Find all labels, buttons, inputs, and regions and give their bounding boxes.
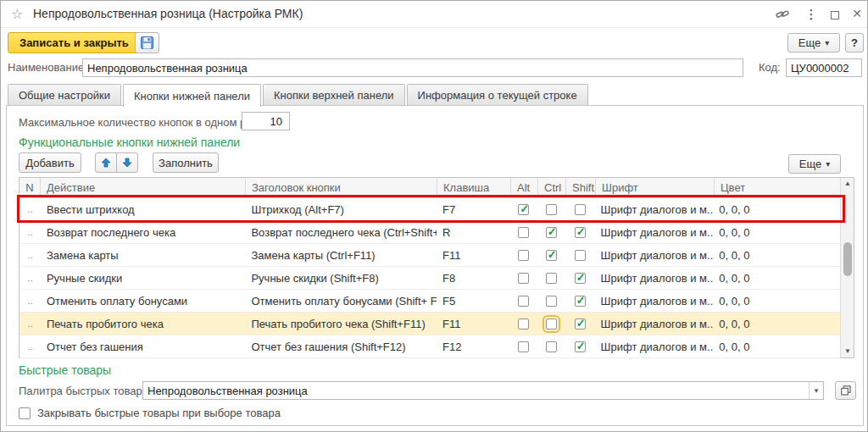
cell-key[interactable]: F7	[437, 198, 510, 220]
scrollbar-thumb[interactable]	[843, 242, 852, 276]
scroll-down-icon[interactable]: ▼	[841, 346, 854, 357]
cell-font[interactable]: Шрифт диалогов и м...	[595, 335, 714, 357]
help-button[interactable]: ?	[845, 33, 864, 53]
shift-checkbox[interactable]	[575, 273, 586, 284]
cell-font[interactable]: Шрифт диалогов и м...	[595, 313, 714, 335]
cell-shift[interactable]	[565, 313, 595, 335]
favorite-star-icon[interactable]: ☆	[11, 6, 23, 22]
shift-checkbox[interactable]	[575, 296, 586, 307]
col-header-caption[interactable]: Заголовок кнопки	[246, 178, 437, 197]
cell-caption[interactable]: Ручные скидки (Shift+F8)	[245, 267, 437, 289]
tab-bottom-panel-buttons[interactable]: Кнопки нижней панели	[123, 84, 261, 107]
col-header-n[interactable]: N	[19, 178, 41, 197]
cell-key[interactable]: F11	[437, 313, 510, 335]
cell-alt[interactable]	[510, 198, 537, 220]
cell-action[interactable]: Ввести штрихкод	[41, 198, 246, 220]
table-vertical-scrollbar[interactable]: ▲ ▼	[840, 178, 854, 357]
add-button[interactable]: Добавить	[19, 152, 81, 173]
save-and-close-button[interactable]: Записать и закрыть	[8, 32, 141, 53]
cell-alt[interactable]	[510, 335, 537, 357]
table-row[interactable]: .. Отменить оплату бонусами Отменить опл…	[19, 290, 840, 313]
shift-checkbox[interactable]	[575, 227, 586, 238]
cell-color[interactable]: 0, 0, 0	[713, 313, 840, 335]
ctrl-checkbox[interactable]	[546, 227, 557, 238]
cell-key[interactable]: F11	[437, 244, 510, 266]
cell-alt[interactable]	[510, 290, 537, 312]
alt-checkbox[interactable]	[518, 341, 529, 352]
table-row[interactable]: .. Печать пробитого чека Печать пробитог…	[19, 313, 840, 335]
cell-ctrl[interactable]	[537, 198, 565, 220]
move-down-button[interactable]	[116, 152, 138, 173]
combo-dropdown-icon[interactable]: ▾	[809, 382, 823, 399]
cell-shift[interactable]	[565, 290, 595, 312]
cell-n[interactable]: ..	[19, 221, 41, 243]
cell-shift[interactable]	[565, 267, 595, 289]
close-quick-goods-checkbox[interactable]	[19, 407, 31, 419]
cell-shift[interactable]	[565, 198, 595, 220]
table-row[interactable]: .. Ввести штрихкод Штрихкод (Alt+F7) F7 …	[19, 198, 840, 221]
cell-n[interactable]: ..	[19, 244, 41, 266]
more-button-table[interactable]: Еще ▾	[788, 154, 841, 174]
cell-n[interactable]: ..	[19, 335, 41, 357]
name-input[interactable]	[82, 58, 743, 77]
cell-action[interactable]: Отменить оплату бонусами	[41, 290, 246, 312]
col-header-ctrl[interactable]: Ctrl	[538, 178, 566, 197]
scroll-up-icon[interactable]: ▲	[841, 178, 854, 190]
get-link-icon[interactable]	[776, 8, 793, 24]
cell-key[interactable]: F8	[437, 267, 510, 289]
col-header-key[interactable]: Клавиша	[437, 178, 511, 197]
cell-ctrl[interactable]	[537, 267, 565, 289]
code-input[interactable]	[786, 58, 862, 77]
cell-shift[interactable]	[565, 221, 595, 243]
col-header-shift[interactable]: Shift	[566, 178, 596, 197]
cell-action[interactable]: Печать пробитого чека	[41, 313, 246, 335]
cell-font[interactable]: Шрифт диалогов и м...	[595, 221, 714, 243]
shift-checkbox[interactable]	[575, 250, 586, 261]
ctrl-checkbox[interactable]	[546, 296, 557, 307]
alt-checkbox[interactable]	[518, 204, 529, 215]
table-row[interactable]: .. Ручные скидки Ручные скидки (Shift+F8…	[19, 267, 840, 290]
max-buttons-input[interactable]	[242, 112, 290, 130]
cell-color[interactable]: 0, 0, 0	[713, 290, 840, 312]
cell-n[interactable]: ..	[19, 198, 41, 220]
ctrl-checkbox[interactable]	[546, 318, 557, 330]
cell-action[interactable]: Ручные скидки	[41, 267, 246, 289]
ctrl-checkbox[interactable]	[546, 273, 557, 284]
close-quick-goods-checkbox-row[interactable]: Закрывать быстрые товары при выборе това…	[19, 407, 281, 419]
alt-checkbox[interactable]	[518, 250, 529, 261]
cell-ctrl[interactable]	[537, 313, 565, 335]
cell-n[interactable]: ..	[19, 267, 41, 289]
cell-ctrl[interactable]	[537, 290, 565, 312]
cell-ctrl[interactable]	[537, 221, 565, 243]
tab-top-panel-buttons[interactable]: Кнопки верхней панели	[263, 84, 405, 105]
move-up-button[interactable]	[95, 152, 117, 173]
more-button-top[interactable]: Еще ▾	[787, 33, 840, 53]
alt-checkbox[interactable]	[518, 318, 529, 330]
maximize-icon[interactable]	[826, 9, 843, 25]
cell-alt[interactable]	[510, 244, 537, 266]
cell-caption[interactable]: Отменить оплату бонусами (Shift+ F5)	[245, 290, 437, 312]
ctrl-checkbox[interactable]	[546, 341, 557, 352]
cell-alt[interactable]	[510, 313, 537, 335]
cell-shift[interactable]	[565, 335, 595, 357]
table-row[interactable]: .. Замена карты Замена карты (Ctrl+F11) …	[19, 244, 840, 267]
cell-alt[interactable]	[510, 221, 537, 243]
cell-font[interactable]: Шрифт диалогов и м...	[595, 244, 714, 266]
cell-alt[interactable]	[510, 267, 537, 289]
fill-button[interactable]: Заполнить	[153, 152, 219, 173]
cell-caption[interactable]: Возврат последнего чека (Ctrl+Shift+R)	[245, 221, 437, 243]
cell-ctrl[interactable]	[537, 244, 565, 266]
cell-ctrl[interactable]	[537, 335, 565, 357]
cell-font[interactable]: Шрифт диалогов и м...	[595, 290, 714, 312]
cell-caption[interactable]: Штрихкод (Alt+F7)	[245, 198, 437, 220]
shift-checkbox[interactable]	[575, 318, 586, 330]
close-icon[interactable]: ✕	[849, 7, 865, 22]
table-row[interactable]: .. Возврат последнего чека Возврат после…	[19, 221, 840, 244]
col-header-alt[interactable]: Alt	[511, 178, 538, 197]
cell-n[interactable]: ..	[19, 313, 41, 335]
alt-checkbox[interactable]	[518, 227, 529, 238]
cell-caption[interactable]: Печать пробитого чека (Shift+F11)	[245, 313, 437, 335]
palette-combobox[interactable]: Непродовольственная розница ▾	[142, 381, 824, 400]
cell-action[interactable]: Замена карты	[41, 244, 246, 266]
cell-key[interactable]: F5	[437, 290, 510, 312]
